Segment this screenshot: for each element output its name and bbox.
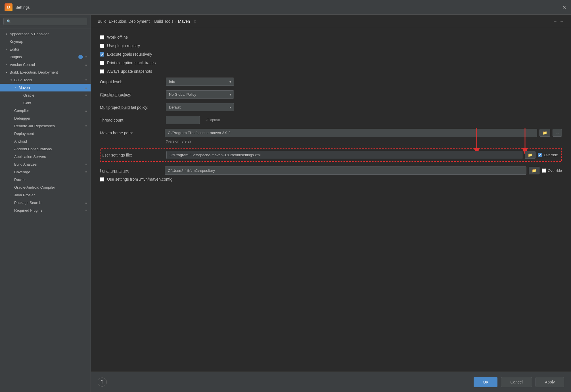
print-exception-label[interactable]: Print exception stack traces bbox=[107, 61, 156, 65]
output-level-select-wrapper: Info Debug Warn Error bbox=[166, 78, 234, 86]
sidebar-item-label: Build Analyzer bbox=[14, 162, 84, 166]
sidebar-item-label: Build Tools bbox=[14, 78, 84, 82]
checksum-policy-select[interactable]: No Global Policy Fail Warn Ignore bbox=[166, 90, 234, 99]
sidebar-item-label: Maven bbox=[19, 86, 84, 90]
sidebar-item-remote-jar[interactable]: Remote Jar Repositories≡ bbox=[0, 122, 91, 130]
cancel-button[interactable]: Cancel bbox=[501, 377, 532, 387]
sidebar-item-label: Application Servers bbox=[14, 155, 87, 159]
sidebar-item-deployment[interactable]: ›Deployment bbox=[0, 130, 91, 137]
arrow-icon: ▾ bbox=[5, 70, 9, 74]
help-button[interactable]: ? bbox=[98, 378, 107, 387]
multiproject-policy-select[interactable]: Default Fail At End Never Fail Fail Fast bbox=[166, 103, 234, 111]
user-settings-override-label[interactable]: Override bbox=[544, 153, 558, 157]
sidebar-item-gant[interactable]: Gant bbox=[0, 99, 91, 107]
arrow-icon: › bbox=[9, 178, 13, 182]
breadcrumb-window-icon: ⊡ bbox=[193, 19, 196, 23]
maven-home-folder-button[interactable]: 📁 bbox=[539, 129, 550, 137]
sidebar-item-package-search[interactable]: Package Search≡ bbox=[0, 199, 91, 207]
work-offline-checkbox[interactable] bbox=[100, 35, 104, 39]
search-input[interactable] bbox=[3, 18, 87, 25]
breadcrumb-nav: ← → bbox=[553, 19, 564, 24]
breadcrumb-back-button[interactable]: ← bbox=[553, 19, 557, 24]
sidebar-item-coverage[interactable]: Coverage≡ bbox=[0, 168, 91, 176]
breadcrumb-sep-1: › bbox=[151, 19, 152, 24]
output-level-row: Output level: Info Debug Warn Error bbox=[100, 78, 562, 86]
use-settings-mvn-checkbox[interactable] bbox=[100, 177, 104, 182]
bottom-bar: ? OK Cancel Apply bbox=[91, 372, 571, 392]
sidebar-item-label: Remote Jar Repositories bbox=[14, 124, 84, 128]
arrow-icon: › bbox=[5, 32, 9, 36]
sidebar-item-java-profiler[interactable]: ›Java Profiler bbox=[0, 191, 91, 199]
sidebar-item-build-exec-deploy[interactable]: ▾Build, Execution, Deployment bbox=[0, 68, 91, 76]
sidebar-item-version-control[interactable]: ›Version Control≡ bbox=[0, 61, 91, 68]
maven-home-input[interactable] bbox=[165, 129, 537, 137]
sidebar-item-appearance[interactable]: ›Appearance & Behavior bbox=[0, 30, 91, 38]
sidebar-item-label: Gradle bbox=[23, 93, 84, 97]
local-repository-override-label[interactable]: Override bbox=[548, 168, 562, 173]
local-repository-folder-button[interactable]: 📁 bbox=[529, 167, 539, 174]
sidebar-item-label: Appearance & Behavior bbox=[10, 32, 87, 36]
sidebar-item-app-servers[interactable]: Application Servers bbox=[0, 153, 91, 160]
user-settings-file-row: User settings file: 📁 Override bbox=[100, 148, 562, 162]
use-plugin-registry-label[interactable]: Use plugin registry bbox=[107, 43, 140, 48]
sidebar-item-android-configs[interactable]: Android Configurations bbox=[0, 145, 91, 153]
always-update-label[interactable]: Always update snapshots bbox=[107, 69, 152, 74]
breadcrumb-item-1: Build, Execution, Deployment bbox=[98, 19, 150, 24]
arrow-icon: › bbox=[9, 109, 13, 113]
t-option-label: -T option bbox=[206, 118, 220, 122]
sidebar-item-label: Version Control bbox=[10, 62, 84, 67]
arrow-icon: ▾ bbox=[9, 78, 13, 82]
user-settings-folder-button[interactable]: 📁 bbox=[525, 151, 536, 159]
sidebar-item-label: Build, Execution, Deployment bbox=[10, 70, 87, 74]
sidebar-item-label: Android bbox=[14, 139, 87, 143]
user-settings-input[interactable] bbox=[166, 151, 522, 159]
use-settings-mvn-row: Use settings from .mvn/maven.config bbox=[100, 177, 562, 182]
sidebar-item-label: Android Configurations bbox=[14, 147, 87, 151]
sidebar-item-gradle-android[interactable]: Gradle-Android Compiler bbox=[0, 184, 91, 191]
apply-button[interactable]: Apply bbox=[536, 377, 564, 387]
use-settings-mvn-label[interactable]: Use settings from .mvn/maven.config bbox=[107, 177, 172, 182]
sidebar-settings-icon: ≡ bbox=[85, 124, 87, 128]
execute-goals-label[interactable]: Execute goals recursively bbox=[107, 52, 152, 57]
sidebar-item-maven[interactable]: ›Maven≡ bbox=[0, 84, 91, 91]
version-info: (Version: 3.9.2) bbox=[166, 139, 562, 143]
maven-home-browse-button[interactable]: ... bbox=[553, 129, 562, 137]
work-offline-label[interactable]: Work offline bbox=[107, 35, 128, 39]
sidebar-item-debugger[interactable]: ›Debugger bbox=[0, 114, 91, 122]
ok-button[interactable]: OK bbox=[474, 377, 497, 387]
sidebar-settings-icon: ≡ bbox=[85, 170, 87, 174]
print-exception-checkbox[interactable] bbox=[100, 61, 104, 65]
sidebar-item-keymap[interactable]: Keymap bbox=[0, 38, 91, 45]
execute-goals-row: Execute goals recursively bbox=[100, 52, 562, 57]
sidebar-item-editor[interactable]: ›Editor bbox=[0, 45, 91, 53]
sidebar-item-compiler[interactable]: ›Compiler≡ bbox=[0, 107, 91, 114]
sidebar-item-required-plugins[interactable]: Required Plugins≡ bbox=[0, 207, 91, 214]
sidebar-item-android[interactable]: ›Android bbox=[0, 137, 91, 145]
output-level-select[interactable]: Info Debug Warn Error bbox=[166, 78, 234, 86]
thread-count-input[interactable] bbox=[166, 116, 200, 124]
arrow-icon: › bbox=[5, 47, 9, 51]
sidebar: ›Appearance & BehaviorKeymap›EditorPlugi… bbox=[0, 15, 91, 392]
sidebar-settings-icon: ≡ bbox=[85, 162, 87, 166]
checksum-policy-row: Checksum policy: No Global Policy Fail W… bbox=[100, 90, 562, 99]
arrow-icon: › bbox=[14, 86, 18, 90]
sidebar-settings-icon: ≡ bbox=[85, 55, 87, 59]
user-settings-override-checkbox[interactable] bbox=[538, 153, 542, 157]
use-plugin-registry-checkbox[interactable] bbox=[100, 44, 104, 48]
breadcrumb-forward-button[interactable]: → bbox=[560, 19, 564, 24]
sidebar-item-build-tools[interactable]: ▾Build Tools≡ bbox=[0, 76, 91, 84]
close-button[interactable]: ✕ bbox=[562, 5, 566, 10]
local-repository-input[interactable] bbox=[165, 166, 526, 175]
execute-goals-checkbox[interactable] bbox=[100, 52, 104, 57]
sidebar-item-plugins[interactable]: Plugins1≡ bbox=[0, 53, 91, 61]
sidebar-item-build-analyzer[interactable]: Build Analyzer≡ bbox=[0, 160, 91, 168]
sidebar-item-gradle[interactable]: Gradle≡ bbox=[0, 91, 91, 99]
sidebar-settings-icon: ≡ bbox=[85, 63, 87, 67]
local-repository-override-checkbox[interactable] bbox=[542, 168, 546, 173]
sidebar-item-docker[interactable]: ›Docker bbox=[0, 176, 91, 184]
sidebar-item-label: Keymap bbox=[10, 39, 87, 44]
arrow-icon: › bbox=[9, 132, 13, 136]
always-update-checkbox[interactable] bbox=[100, 69, 104, 74]
sidebar-settings-icon: ≡ bbox=[85, 93, 87, 97]
sidebar-items: ›Appearance & BehaviorKeymap›EditorPlugi… bbox=[0, 28, 91, 392]
